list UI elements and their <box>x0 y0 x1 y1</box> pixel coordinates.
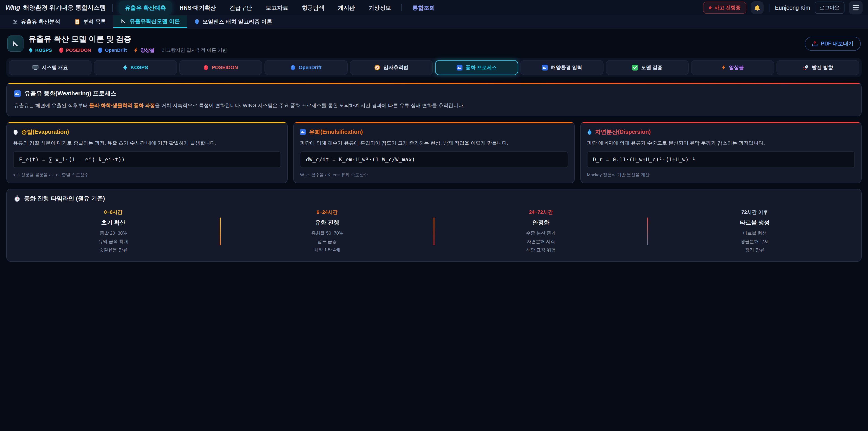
phase-detail: 점도 급증 <box>221 237 434 246</box>
section-tab-label: 해양환경 입력 <box>551 64 582 71</box>
wave-icon <box>542 65 548 70</box>
process-cards-row: 증발(Evaporation) 유류의 경질 성분이 대기로 증발하는 과정. … <box>6 122 862 183</box>
phase-tarball-formation: 72시간 이후 타르볼 생성 타르볼 형성 생물분해 우세 장기 잔류 <box>648 209 861 254</box>
red-dot-icon <box>204 65 209 70</box>
weathering-intro-panel: 유출유 풍화(Weathering) 프로세스 유출유는 해면에 유출된 직후부… <box>6 83 862 116</box>
section-tab-weathering-process[interactable]: 풍화 프로세스 <box>435 60 518 75</box>
subtab-spill-analysis[interactable]: 유출유 확산분석 <box>4 16 68 28</box>
dispersion-card-desc: 파랑 에너지에 의해 유류가 수중으로 분산되어 유막 두께가 감소하는 과정입… <box>587 139 855 147</box>
desc-pre: 유출유는 해면에 유출된 직후부터 <box>14 102 89 108</box>
emulsification-formula: dW_c/dt = K_em·U_w²·(1-W_c/W_max) <box>300 151 568 168</box>
incident-status-badge: 사고 진행중 <box>703 2 746 14</box>
notifications-button[interactable] <box>751 1 764 14</box>
section-tab-label: 시스템 개요 <box>42 64 68 71</box>
logout-button[interactable]: 로그아웃 <box>815 2 844 14</box>
divider <box>112 4 113 12</box>
section-tab-particle-tracking[interactable]: 입자추적법 <box>350 60 433 75</box>
nav-item-emergency-rescue[interactable]: 긴급구난 <box>223 1 258 15</box>
page-subtitle: 라그랑지안 입자추적 이론 기반 <box>161 47 227 53</box>
nav-item-board[interactable]: 게시판 <box>332 1 361 15</box>
subtab-label: 오일펜스 배치 알고리즘 이론 <box>203 18 272 25</box>
pdf-export-button[interactable]: PDF 내보내기 <box>805 37 861 51</box>
compass-icon <box>374 65 380 70</box>
nav-item-integrated-search[interactable]: 통합조회 <box>406 1 441 15</box>
phase-detail: 해안 표착 위험 <box>434 246 647 254</box>
phase-name: 유화 진행 <box>221 219 434 226</box>
section-tab-opendrift[interactable]: OpenDrift <box>265 60 347 75</box>
wing-logo: Wing <box>5 4 20 11</box>
subtab-label: 유출유확산모델 이론 <box>129 18 180 25</box>
evaporation-card-title: 증발(Evaporation) <box>21 128 69 135</box>
emulsification-card-desc: 파랑에 의해 해수가 유류에 혼입되어 점도가 크게 증가하는 현상. 방제 작… <box>300 139 568 147</box>
model-badge-poseidon: POSEIDON <box>59 47 91 53</box>
red-dot-icon <box>59 47 64 53</box>
phase-detail: 생물분해 우세 <box>648 237 861 246</box>
phase-name: 타르볼 생성 <box>648 219 861 226</box>
droplet-icon <box>587 129 592 135</box>
phase-initial-spread: 0~6시간 초기 확산 증발 20~30% 유막 급속 확대 중질유분 잔류 <box>7 209 220 254</box>
export-icon <box>812 41 818 47</box>
weathering-description: 유출유는 해면에 유출된 직후부터 물리·화학·생물학적 풍화 과정을 거쳐 지… <box>7 97 861 116</box>
section-tab-label: 입자추적법 <box>383 64 408 71</box>
section-tab-future-direction[interactable]: 발전 방향 <box>776 60 860 75</box>
wave-icon <box>14 90 21 97</box>
model-badge-label: 앙상블 <box>141 47 155 53</box>
nav-item-oil-spill-forecast[interactable]: 유출유 확산예측 <box>119 1 172 15</box>
page-icon-box <box>7 35 24 52</box>
weathering-heading: 유출유 풍화(Weathering) 프로세스 <box>7 84 861 97</box>
clipboard-icon <box>75 19 80 25</box>
sub-tab-bar: 유출유 확산분석 분석 목록 유출유확산모델 이론 오일펜스 배치 알고리즘 이… <box>0 16 868 29</box>
section-tab-ensemble[interactable]: 앙상블 <box>691 60 774 75</box>
evaporation-card: 증발(Evaporation) 유류의 경질 성분이 대기로 증발하는 과정. … <box>6 122 288 183</box>
phase-detail: 수중 분산 증가 <box>434 229 647 237</box>
phase-detail: 장기 잔류 <box>648 246 861 254</box>
stopwatch-icon <box>14 195 20 202</box>
section-tab-model-validation[interactable]: 모델 검증 <box>606 60 689 75</box>
phase-period: 6~24시간 <box>221 209 434 216</box>
section-tab-kosps[interactable]: KOSPS <box>94 60 177 75</box>
triangle-ruler-icon <box>121 18 126 24</box>
lightning-icon <box>721 65 726 70</box>
subtab-oil-fence-algorithm[interactable]: 오일펜스 배치 알고리즘 이론 <box>187 16 279 28</box>
section-tab-poseidon[interactable]: POSEIDON <box>179 60 262 75</box>
phase-period: 0~6시간 <box>7 209 220 216</box>
main-content: 유출유 확산 모델 이론 및 검증 KOSPS POSEIDON OpenDri… <box>0 29 868 271</box>
weathering-title: 유출유 풍화(Weathering) 프로세스 <box>24 90 116 97</box>
nav-item-hns-air-diffusion[interactable]: HNS·대기확산 <box>174 1 222 15</box>
dispersion-formula: D_r = 0.11·(U_w+U_c)²·(1+U_w)⁻¹ <box>587 151 855 168</box>
divider <box>401 4 402 11</box>
app-root: Wing 해양환경 위기대응 통합시스템 유출유 확산예측 HNS·대기확산 긴… <box>0 0 868 431</box>
dispersion-card: 자연분산(Dispersion) 파랑 에너지에 의해 유류가 수중으로 분산되… <box>580 122 862 183</box>
nav-item-aerial-search[interactable]: 항공탐색 <box>296 1 330 15</box>
lightning-icon <box>133 47 138 53</box>
evaporation-formula: F_e(t) = ∑ x_i·(1 - e^(-k_ei·t)) <box>13 151 281 168</box>
app-title: 해양환경 위기대응 통합시스템 <box>23 4 106 12</box>
dispersion-card-title-row: 자연분산(Dispersion) <box>587 128 855 135</box>
weathering-timeline-panel: 풍화 진행 타임라인 (원유 기준) 0~6시간 초기 확산 증발 20~30%… <box>6 189 862 262</box>
section-tab-marine-env-input[interactable]: 해양환경 입력 <box>520 60 603 75</box>
phase-detail: 자연분해 시작 <box>434 237 647 246</box>
timeline-phases: 0~6시간 초기 확산 증발 20~30% 유막 급속 확대 중질유분 잔류 6… <box>7 209 861 254</box>
bell-icon <box>754 4 761 11</box>
model-badge-opendrift: OpenDrift <box>98 47 127 53</box>
dispersion-card-title: 자연분산(Dispersion) <box>595 128 651 135</box>
phase-period: 24~72시간 <box>434 209 647 216</box>
section-tab-label: 발전 방향 <box>812 64 833 71</box>
diamond-icon <box>123 65 127 70</box>
model-badge-label: OpenDrift <box>105 48 127 53</box>
menu-button[interactable] <box>849 1 863 14</box>
subtab-analysis-list[interactable]: 분석 목록 <box>68 16 114 28</box>
nav-item-reports[interactable]: 보고자료 <box>260 1 294 15</box>
section-tab-system-overview[interactable]: 시스템 개요 <box>8 60 92 75</box>
microscope-icon <box>12 19 18 25</box>
model-badge-label: POSEIDON <box>66 48 91 53</box>
evaporation-footnote: x_i: 성분별 몰분율 / k_ei: 증발 속도상수 <box>13 172 281 178</box>
desc-highlight: 물리·화학·생물학적 풍화 과정 <box>89 102 155 108</box>
subtab-label: 유출유 확산분석 <box>21 18 60 25</box>
shield-icon <box>194 19 199 25</box>
nav-item-weather-info[interactable]: 기상정보 <box>363 1 397 15</box>
section-tab-label: 모델 검증 <box>641 64 662 71</box>
top-bar-right: 사고 진행중 Eunjeong Kim 로그아웃 <box>703 1 863 14</box>
brand: Wing 해양환경 위기대응 통합시스템 <box>5 4 106 12</box>
subtab-model-theory[interactable]: 유출유확산모델 이론 <box>113 16 187 28</box>
